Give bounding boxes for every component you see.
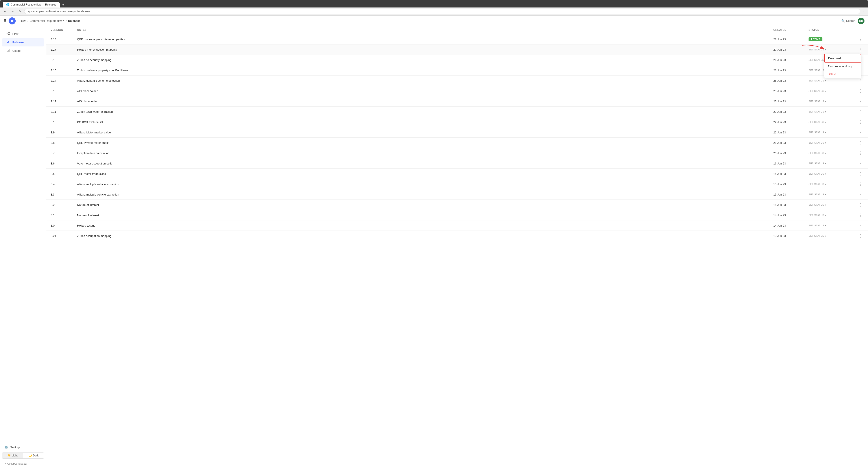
address-bar[interactable] bbox=[24, 9, 860, 14]
status-cell: SET STATUS▾ bbox=[809, 100, 852, 103]
sidebar-item-flow[interactable]: Flow bbox=[2, 30, 44, 38]
table-row: 3.3 Allianz multiple vehicle extraction … bbox=[46, 189, 868, 200]
set-status-button[interactable]: SET STATUS▾ bbox=[809, 173, 826, 175]
kebab-menu-button[interactable]: ⋮ bbox=[857, 151, 864, 155]
kebab-menu-button[interactable]: ⋮ bbox=[857, 202, 864, 207]
chevron-down-icon: ▾ bbox=[825, 80, 826, 82]
kebab-menu-button[interactable]: ⋮ bbox=[857, 161, 864, 166]
new-tab-button[interactable]: + bbox=[61, 2, 66, 7]
app-logo bbox=[8, 18, 16, 25]
app-grid-icon[interactable]: ⠿ bbox=[3, 19, 6, 23]
status-cell: ACTIVE bbox=[809, 37, 852, 41]
notes-cell: QBE business pack interested parties bbox=[77, 38, 773, 41]
set-status-button[interactable]: SET STATUS▾ bbox=[809, 193, 826, 196]
kebab-menu-button[interactable]: ⋮ bbox=[857, 89, 864, 93]
created-cell: 26 Jun 23 bbox=[773, 58, 809, 62]
breadcrumb-flows-link[interactable]: Flows bbox=[19, 19, 26, 23]
status-cell: SET STATUS▾ bbox=[809, 79, 852, 82]
kebab-menu-button[interactable]: ⋮ bbox=[857, 171, 864, 176]
table-row: 3.11 Zurich town water extraction 23 Jun… bbox=[46, 106, 868, 117]
breadcrumb-releases: Releases bbox=[68, 19, 81, 23]
context-menu-delete[interactable]: Delete bbox=[824, 70, 861, 78]
kebab-menu-button[interactable]: ⋮ bbox=[857, 182, 864, 187]
svg-rect-9 bbox=[9, 49, 9, 52]
chevron-down-icon: ▾ bbox=[825, 121, 826, 123]
version-cell: 3.0 bbox=[51, 224, 77, 227]
version-cell: 3.16 bbox=[51, 58, 77, 62]
status-cell: SET STATUS▾ bbox=[809, 204, 852, 206]
main-content: Version Notes Created Status 3.18 QBE bu… bbox=[46, 26, 868, 469]
notes-cell: Allianz multiple vehicle extraction bbox=[77, 183, 773, 186]
actions-cell: ⋮ bbox=[852, 233, 864, 238]
set-status-button[interactable]: SET STATUS▾ bbox=[809, 59, 826, 61]
back-button[interactable]: ← bbox=[2, 9, 8, 14]
kebab-menu-button[interactable]: ⋮ bbox=[857, 120, 864, 124]
set-status-button[interactable]: SET STATUS▾ bbox=[809, 204, 826, 206]
notes-cell: Zurich business property specified items bbox=[77, 69, 773, 72]
set-status-button[interactable]: SET STATUS▾ bbox=[809, 110, 826, 113]
chevron-down-icon: ▾ bbox=[825, 162, 826, 165]
created-cell: 16 Jun 23 bbox=[773, 162, 809, 165]
dark-theme-button[interactable]: 🌙 Dark bbox=[23, 453, 44, 459]
table-row: 3.7 Inception date calculation 20 Jun 23… bbox=[46, 148, 868, 158]
reload-button[interactable]: ↻ bbox=[17, 9, 23, 14]
set-status-button[interactable]: SET STATUS▾ bbox=[809, 214, 826, 216]
kebab-menu-button[interactable]: ⋮ bbox=[857, 213, 864, 218]
set-status-button[interactable]: SET STATUS▾ bbox=[809, 142, 826, 144]
set-status-button[interactable]: SET STATUS▾ bbox=[809, 90, 826, 92]
releases-table: Version Notes Created Status 3.18 QBE bu… bbox=[46, 26, 868, 241]
forward-button[interactable]: → bbox=[10, 9, 16, 14]
breadcrumb: Flows / Commercial Requote flow ▾ / Rele… bbox=[19, 19, 81, 23]
kebab-menu-button[interactable]: ⋮ bbox=[857, 37, 864, 42]
search-button[interactable]: 🔍 Search bbox=[839, 18, 858, 24]
set-status-button[interactable]: SET STATUS▾ bbox=[809, 152, 826, 154]
context-menu-restore[interactable]: Restore to working bbox=[824, 63, 861, 70]
settings-item[interactable]: ⚙️ Settings bbox=[2, 444, 44, 451]
set-status-button[interactable]: SET STATUS▾ bbox=[809, 121, 826, 123]
collapse-sidebar-button[interactable]: « Collapse Sidebar bbox=[2, 461, 30, 467]
chevron-down-icon: ▾ bbox=[825, 100, 826, 103]
version-cell: 3.12 bbox=[51, 100, 77, 103]
kebab-menu-button[interactable]: ⋮ bbox=[857, 78, 864, 83]
set-status-button[interactable]: SET STATUS▾ bbox=[809, 234, 826, 237]
kebab-menu-button[interactable]: ⋮ bbox=[857, 223, 864, 228]
kebab-menu-button[interactable]: ⋮ bbox=[857, 140, 864, 145]
avatar[interactable]: BB bbox=[858, 18, 865, 24]
status-cell: SET STATUS▾ bbox=[809, 90, 852, 92]
created-cell: 15 Jun 23 bbox=[773, 203, 809, 207]
svg-point-2 bbox=[8, 32, 10, 33]
breadcrumb-dropdown-button[interactable]: ▾ bbox=[63, 20, 64, 22]
kebab-menu-button[interactable]: ⋮ bbox=[857, 109, 864, 114]
set-status-button[interactable]: SET STATUS▾ bbox=[809, 183, 826, 185]
set-status-button[interactable]: SET STATUS▾ bbox=[809, 131, 826, 134]
kebab-menu-button[interactable]: ⋮ bbox=[857, 47, 864, 52]
set-status-button[interactable]: SET STATUS▾ bbox=[809, 100, 826, 103]
table-row: 3.12 AIG placeholder 25 Jun 23 SET STATU… bbox=[46, 96, 868, 106]
chevron-down-icon: ▾ bbox=[825, 204, 826, 206]
sidebar-item-releases[interactable]: Releases bbox=[2, 38, 44, 46]
kebab-menu-button[interactable]: ⋮ bbox=[857, 233, 864, 238]
notes-cell: Allianz Motor market value bbox=[77, 131, 773, 134]
releases-icon bbox=[6, 40, 10, 44]
notes-cell: Nature of interest bbox=[77, 203, 773, 207]
created-cell: 14 Jun 23 bbox=[773, 224, 809, 227]
set-status-button[interactable]: SET STATUS▾ bbox=[809, 162, 826, 165]
created-cell: 25 Jun 23 bbox=[773, 89, 809, 93]
notes-cell: Hollard money section mapping bbox=[77, 48, 773, 51]
kebab-menu-button[interactable]: ⋮ bbox=[857, 130, 864, 135]
browser-menu-button[interactable]: ⋮ bbox=[862, 9, 866, 14]
context-menu-download[interactable]: Download bbox=[824, 54, 861, 63]
set-status-button[interactable]: SET STATUS ▾ bbox=[809, 48, 826, 51]
set-status-button[interactable]: SET STATUS▾ bbox=[809, 224, 826, 227]
status-cell: SET STATUS ▾ bbox=[809, 48, 852, 51]
tab-title: Commercial Requote flow — Releases bbox=[11, 3, 56, 6]
set-status-button[interactable]: SET STATUS▾ bbox=[809, 69, 826, 71]
kebab-menu-button[interactable]: ⋮ bbox=[857, 192, 864, 197]
light-theme-button[interactable]: ☀️ Light bbox=[2, 453, 23, 459]
actions-cell: ⋮ bbox=[852, 99, 864, 104]
browser-tab[interactable]: 🌐 Commercial Requote flow — Releases bbox=[3, 2, 60, 7]
kebab-menu-button[interactable]: ⋮ bbox=[857, 99, 864, 104]
actions-cell: ⋮ bbox=[852, 202, 864, 207]
set-status-button[interactable]: SET STATUS▾ bbox=[809, 79, 826, 82]
sidebar-item-usage[interactable]: Usage bbox=[2, 47, 44, 55]
